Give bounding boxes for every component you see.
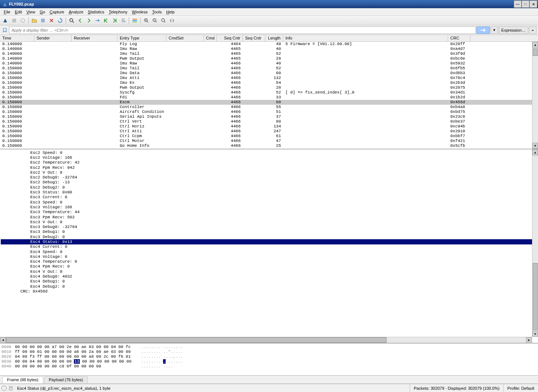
tree-node[interactable]: Esc4 Speed: 0	[1, 249, 537, 254]
tree-node[interactable]: Esc4 V Out: 0	[1, 269, 537, 274]
bytes-tab[interactable]: Frame (88 bytes)	[2, 376, 43, 383]
scroll-thumb[interactable]	[533, 48, 538, 56]
close-file-icon[interactable]	[47, 16, 56, 25]
bookmark-icon[interactable]	[1, 27, 8, 34]
column-header-time[interactable]: Time	[0, 35, 34, 41]
expression-button[interactable]: Expression…	[499, 26, 528, 34]
last-icon[interactable]	[110, 16, 119, 25]
packet-list-rows[interactable]: 0.140000Fly Log446449 5 Firmware = [V01.…	[0, 42, 538, 149]
close-button[interactable]: ✕	[529, 0, 537, 8]
scroll-thumb[interactable]	[533, 263, 538, 330]
packet-row[interactable]: 0.150000Fdi4466330x1b2d	[0, 95, 538, 100]
menu-file[interactable]: File	[1, 9, 13, 15]
scroll-right-icon[interactable]: ▶	[526, 337, 532, 342]
save-icon[interactable]	[39, 16, 47, 25]
packet-row[interactable]: 0.140000Imu Raw4466400x5932	[0, 61, 538, 66]
find-icon[interactable]	[68, 16, 76, 25]
apply-filter-button[interactable]	[476, 26, 490, 34]
packet-row[interactable]: 0.150000Ctrl Horiz44661340xc94b	[0, 124, 538, 129]
packet-row[interactable]: 0.150000Imu Ex4466540x2b3d	[0, 80, 538, 85]
resize-cols-icon[interactable]	[168, 16, 176, 25]
column-header-entry[interactable]: Entry Type	[118, 35, 166, 41]
column-header-seq2[interactable]: Seq Cntr	[243, 35, 265, 41]
details-vscrollbar[interactable]: ▲ ▼	[532, 149, 538, 337]
column-header-sender[interactable]: Sender	[34, 35, 72, 41]
maximize-button[interactable]: □	[522, 0, 529, 8]
hex-row[interactable]: 002004 80 f3 ff 00 00 00 00 00 00 a8 00 …	[1, 354, 537, 359]
column-header-info[interactable]: Info	[283, 35, 448, 41]
packet-row[interactable]: 0.150000Ctrl Ccpm4466610xbbf7	[0, 134, 538, 139]
packet-row[interactable]: 0.150000Syscfg446652[ 0] => fix_send_ind…	[0, 90, 538, 95]
hex-row[interactable]: 000000 00 00 00 00 a7 00 2e 00 ae 03 00 …	[1, 344, 537, 349]
menu-help[interactable]: Help	[164, 9, 177, 15]
menu-tools[interactable]: Tools	[150, 9, 164, 15]
tree-node[interactable]: Esc2 Temperature: 42	[1, 160, 537, 165]
scroll-left-icon[interactable]: ◀	[0, 337, 6, 342]
packet-row[interactable]: 0.150000Imu Atti44661320x76c4	[0, 76, 538, 80]
packet-row[interactable]: 0.140000Imu Tail4465520x3f9d	[0, 51, 538, 56]
tree-node[interactable]: Esc2 Debug0: -32764	[1, 175, 537, 180]
tree-node[interactable]: Esc2 Ppm Recv: 942	[1, 165, 537, 170]
tree-node[interactable]: Esc2 Speed: 0	[1, 150, 537, 155]
tree-node[interactable]: Esc3 Temperature: 44	[1, 210, 537, 215]
packet-row[interactable]: 0.150000Ctrl Vert4466800xbe37	[0, 119, 538, 124]
packet-row[interactable]: 0.150000Go Home Info4466250x5cfb	[0, 143, 538, 148]
first-icon[interactable]	[102, 16, 110, 25]
packet-row[interactable]: 0.150000Aircraft Condition …4466510xbd75	[0, 110, 538, 114]
packet-row[interactable]: 0.150000Imu Data4466600xd6b3	[0, 71, 538, 76]
tree-node[interactable]: Esc2 Debug1: -13	[1, 180, 537, 185]
packet-row[interactable]: 0.150000Serial Api Inputs4466370x23c6	[0, 114, 538, 119]
packet-row[interactable]: 0.150000Ctrl Motor4466470xf421	[0, 139, 538, 143]
tree-node[interactable]: Esc3 Current: 0	[1, 195, 537, 200]
menu-view[interactable]: View	[24, 9, 38, 15]
tree-node[interactable]: Esc3 V Out: 0	[1, 219, 537, 224]
zoom-out-icon[interactable]	[151, 16, 159, 25]
tree-node[interactable]: Esc3 Debug0: -32764	[1, 224, 537, 229]
scroll-up-icon[interactable]: ▲	[532, 149, 538, 155]
column-header-crc[interactable]: CRC	[448, 35, 470, 41]
tree-node[interactable]: Esc4 Voltage: 0	[1, 254, 537, 259]
scroll-down-icon[interactable]: ▼	[532, 331, 538, 337]
tree-node[interactable]: Esc4 Ppm Recv: 0	[1, 264, 537, 269]
packet-row[interactable]: 0.140000Pwm Output4465280xbc6e	[0, 56, 538, 61]
menu-wireless[interactable]: Wireless	[130, 9, 150, 15]
scroll-thumb[interactable]	[6, 337, 387, 343]
menu-statistics[interactable]: Statistics	[85, 9, 106, 15]
menu-capture[interactable]: Capture	[47, 9, 66, 15]
tree-node[interactable]: CRC: 0x456d	[1, 289, 537, 294]
column-header-seq1[interactable]: Seq Cntr	[217, 35, 243, 41]
goto-icon[interactable]	[93, 16, 101, 25]
colorize-icon[interactable]	[131, 16, 139, 25]
hex-row[interactable]: 003000 00 04 80 00 00 00 00 13 00 00 00 …	[1, 359, 537, 364]
packet-row[interactable]: 0.150000Ctrl Atti44662470x2910	[0, 129, 538, 134]
menu-analyze[interactable]: Analyze	[66, 9, 85, 15]
tree-node[interactable]: Esc4 Debug0: 4032	[1, 274, 537, 279]
tree-node[interactable]: Esc2 Voltage: 166	[1, 155, 537, 160]
packet-row[interactable]: 0.140000Fly Log446449 5 Firmware = [V01.…	[0, 42, 538, 47]
tree-node[interactable]: Esc4 Debug2: 0	[1, 284, 537, 289]
tree-node[interactable]: Esc3 Ppm Recv: 502	[1, 215, 537, 219]
tree-node[interactable]: Esc2 V Out: 0	[1, 170, 537, 175]
restart-icon[interactable]	[19, 16, 27, 25]
packet-row[interactable]: 0.150000Imu Tail4466520x6fb5	[0, 66, 538, 71]
hex-row[interactable]: 004000 00 00 00 00 00 c0 0f 00 00 00 00.…	[1, 364, 537, 369]
packet-vscrollbar[interactable]: ▲ ▼	[532, 42, 538, 149]
minimize-button[interactable]: —	[514, 0, 522, 8]
menu-edit[interactable]: Edit	[13, 9, 24, 15]
tree-node[interactable]: Esc4 Status: 0x13	[1, 239, 537, 244]
column-header-cmd[interactable]: Cmd	[204, 35, 217, 41]
tree-node[interactable]: Esc4 Temperature: 0	[1, 259, 537, 264]
shark-fin-icon[interactable]	[1, 16, 10, 25]
tree-node[interactable]: Esc3 Speed: 0	[1, 200, 537, 205]
tree-node[interactable]: Esc3 Voltage: 168	[1, 205, 537, 209]
next-icon[interactable]	[85, 16, 93, 25]
packet-bytes-panel[interactable]: 000000 00 00 00 00 a7 00 2e 00 ae 03 00 …	[0, 344, 538, 376]
scroll-down-icon[interactable]: ▼	[532, 143, 538, 149]
tree-node[interactable]: Esc3 Debug1: 0	[1, 230, 537, 234]
column-header-length[interactable]: Length	[265, 35, 283, 41]
packet-row[interactable]: 0.140000Imu Raw4465400xa4d7	[0, 47, 538, 51]
packet-row[interactable]: 0.150000Pwm Output4466280x2075	[0, 85, 538, 90]
packet-details-panel[interactable]: Esc2 Speed: 0 Esc2 Voltage: 166 Esc2 Tem…	[0, 149, 538, 344]
auto-scroll-icon[interactable]	[119, 16, 127, 25]
menu-telephony[interactable]: Telephony	[106, 9, 129, 15]
